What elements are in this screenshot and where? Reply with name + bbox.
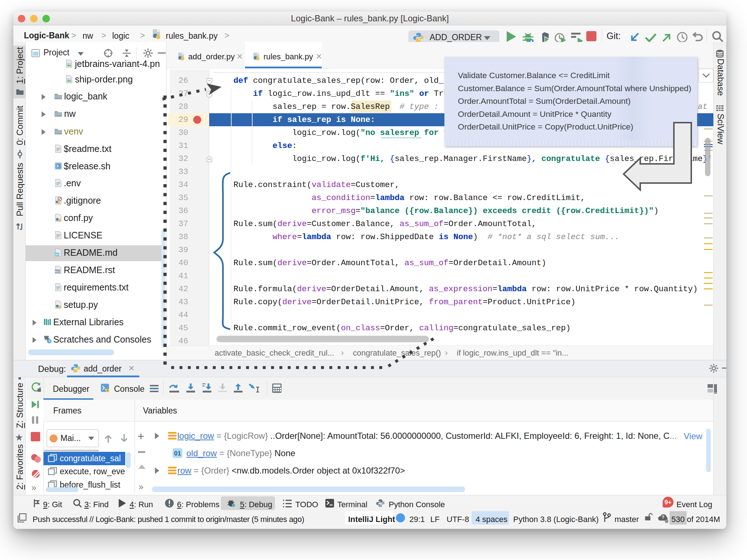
svg-text:?: ? xyxy=(662,514,664,520)
svg-text:RST: RST xyxy=(55,270,60,273)
svg-text:MD: MD xyxy=(55,253,59,256)
